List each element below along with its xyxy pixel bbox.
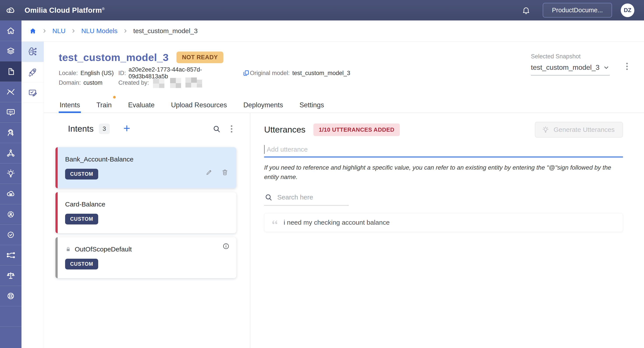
edit-intent-button[interactable]: [205, 168, 213, 176]
status-badge: NOT READY: [176, 52, 223, 63]
utterance-text: i need my checking account balance: [284, 219, 390, 226]
tab-settings[interactable]: Settings: [300, 98, 324, 113]
domain-label: Domain:: [59, 79, 81, 86]
sidebar-item-speech-cloud[interactable]: [0, 184, 22, 204]
agent-assist-icon: [6, 128, 16, 138]
train-notification-dot: [113, 96, 116, 99]
quality-badge-icon: [6, 230, 16, 240]
sidebar-item-conversations[interactable]: [0, 102, 22, 122]
breadcrumb-current: test_custom_model_3: [133, 27, 198, 35]
intent-accent-bar: [56, 147, 58, 188]
intent-tag-custom: CUSTOM: [65, 259, 98, 269]
sidebar-item-user-settings[interactable]: [0, 204, 22, 224]
intent-card-card-balance[interactable]: Card-Balance CUSTOM: [56, 192, 236, 233]
sidebar-item-agent-assist[interactable]: [0, 122, 22, 143]
sidebar-item-compliance-scales[interactable]: [0, 265, 22, 286]
home-icon: [6, 26, 16, 36]
intents-panel: Intents 3 + Bank_Account-Balance CUSTO: [44, 113, 250, 348]
sidebar-item-empty: [0, 326, 22, 347]
utterances-counter-badge: 1/10 UTTERANCES ADDED: [314, 124, 400, 136]
nlu-blocks-icon: [6, 67, 16, 76]
id-label: ID:: [118, 70, 126, 77]
utterance-search-input[interactable]: [277, 194, 349, 201]
intent-name: Card-Balance: [65, 201, 105, 208]
intents-menu-button[interactable]: [231, 125, 232, 133]
original-model-label: Original model:: [250, 70, 290, 76]
notifications-button[interactable]: [522, 6, 530, 15]
secondary-sidebar: [22, 42, 44, 348]
model-header: test_custom_model_3 NOT READY Locale:Eng…: [44, 42, 644, 93]
intent-tag-custom: CUSTOM: [65, 169, 98, 179]
quote-icon: [271, 219, 278, 226]
sidebar-item-integrations[interactable]: [0, 245, 22, 265]
sidebar-item-support-lifebuoy[interactable]: [0, 286, 22, 306]
chevron-right-icon: [42, 28, 47, 34]
speech-cloud-icon: [6, 189, 16, 199]
copy-id-button[interactable]: [242, 69, 250, 77]
sidebar-item-quality-badge[interactable]: [0, 224, 22, 245]
lightbulb-icon: [542, 126, 550, 134]
sidebar-item-layers[interactable]: [0, 41, 22, 61]
breadcrumb-nlu-models[interactable]: NLU Models: [81, 27, 118, 35]
intent-name: OutOfScopeDefault: [75, 245, 132, 253]
utterances-panel: Utterances 1/10 UTTERANCES ADDED Generat…: [250, 113, 644, 348]
avatar[interactable]: DZ: [621, 4, 634, 17]
sidebar-item-deploy-rocket[interactable]: [22, 62, 44, 83]
tab-train[interactable]: Train: [96, 98, 112, 113]
locale-label: Locale:: [59, 70, 78, 77]
utterance-search-field: [264, 193, 349, 206]
evaluation-form-icon: [28, 88, 38, 98]
brand-title: Omilia Cloud Platform®: [24, 6, 105, 15]
intents-count-badge: 3: [99, 124, 110, 134]
add-utterance-field: [264, 144, 623, 158]
tab-evaluate[interactable]: Evaluate: [128, 98, 155, 113]
sidebar-item-nlu-blocks[interactable]: [0, 61, 22, 82]
locale-value: English (US): [80, 70, 114, 77]
intent-name: Bank_Account-Balance: [65, 156, 134, 163]
sidebar-item-insights[interactable]: [0, 163, 22, 184]
chevron-down-icon: [603, 64, 610, 71]
snapshot-value: test_custom_model_3: [531, 63, 600, 72]
model-tabs: Intents Train Evaluate Upload Resources …: [44, 93, 644, 113]
created-by-redacted-value: [153, 77, 219, 88]
breadcrumb: NLU NLU Models test_custom_model_3: [22, 21, 644, 42]
product-switcher-button[interactable]: ProductDocume...: [543, 3, 612, 18]
search-intents-button[interactable]: [212, 124, 221, 133]
orchestrator-icon: [6, 148, 16, 158]
layers-icon: [6, 46, 16, 56]
primary-sidebar: [0, 21, 22, 348]
intent-card-outofscopedefault[interactable]: OutOfScopeDefault CUSTOM: [56, 237, 236, 278]
breadcrumb-home[interactable]: [29, 27, 36, 35]
deploy-rocket-icon: [28, 67, 38, 77]
compliance-scales-icon: [6, 271, 16, 280]
snapshot-label: Selected Snapshot: [531, 53, 610, 60]
info-icon: [222, 242, 230, 250]
user-settings-icon: [6, 210, 16, 219]
snapshot-menu-button[interactable]: [626, 63, 628, 70]
search-icon: [264, 193, 273, 202]
intent-card-bank-account-balance[interactable]: Bank_Account-Balance CUSTOM: [56, 147, 236, 188]
sidebar-item-home[interactable]: [0, 21, 22, 41]
conversations-icon: [6, 108, 16, 117]
bell-icon: [522, 6, 530, 15]
breadcrumb-nlu[interactable]: NLU: [52, 27, 66, 35]
add-intent-button[interactable]: +: [124, 122, 130, 135]
integrations-icon: [6, 250, 16, 260]
sidebar-item-nlu-brain[interactable]: [22, 42, 44, 62]
delete-intent-button[interactable]: [221, 168, 229, 176]
sidebar-item-evaluation-form[interactable]: [22, 83, 44, 103]
tab-deployments[interactable]: Deployments: [243, 98, 283, 113]
nlu-brain-icon: [28, 47, 38, 57]
tab-upload-resources[interactable]: Upload Resources: [171, 98, 227, 113]
chevron-right-icon: [123, 28, 128, 34]
page-title: test_custom_model_3: [59, 51, 168, 63]
intent-info-button[interactable]: [222, 242, 230, 250]
add-utterance-input[interactable]: [264, 146, 623, 153]
sidebar-item-orchestrator[interactable]: [0, 143, 22, 163]
tab-intents[interactable]: Intents: [60, 98, 80, 113]
original-model-value: test_custom_model_3: [292, 70, 350, 76]
utterance-row[interactable]: i need my checking account balance: [264, 213, 623, 232]
sidebar-item-analytics[interactable]: [0, 82, 22, 102]
generate-utterances-button[interactable]: Generate Utterances: [535, 122, 623, 138]
snapshot-select[interactable]: test_custom_model_3: [531, 63, 610, 76]
